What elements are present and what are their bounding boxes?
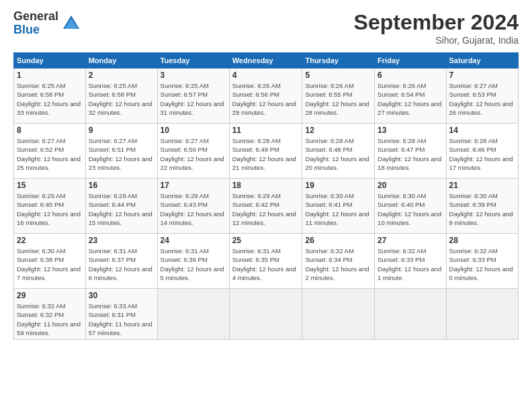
day-number: 14 <box>449 126 515 135</box>
day-number: 21 <box>449 181 515 190</box>
table-cell: 13 Sunrise: 6:28 AMSunset: 6:47 PMDaylig… <box>375 124 446 179</box>
day-info: Sunrise: 6:32 AMSunset: 6:33 PMDaylight:… <box>449 246 515 282</box>
table-cell: 10 Sunrise: 6:27 AMSunset: 6:50 PMDaylig… <box>157 124 229 179</box>
col-saturday: Saturday <box>446 53 518 68</box>
day-info: Sunrise: 6:31 AMSunset: 6:35 PMDaylight:… <box>232 246 300 282</box>
day-number: 22 <box>17 236 83 245</box>
day-info: Sunrise: 6:31 AMSunset: 6:36 PMDaylight:… <box>161 246 226 282</box>
table-cell: 6 Sunrise: 6:26 AMSunset: 6:54 PMDayligh… <box>375 68 446 124</box>
month-title: September 2024 <box>354 10 519 35</box>
logo-blue: Blue <box>13 24 58 37</box>
table-cell: 15 Sunrise: 6:29 AMSunset: 6:45 PMDaylig… <box>14 179 86 234</box>
day-number: 15 <box>17 181 83 190</box>
day-number: 9 <box>89 126 154 135</box>
day-info: Sunrise: 6:27 AMSunset: 6:53 PMDaylight:… <box>449 81 515 117</box>
day-info: Sunrise: 6:27 AMSunset: 6:52 PMDaylight:… <box>17 136 83 172</box>
day-number: 29 <box>17 291 83 300</box>
day-number: 16 <box>89 181 154 190</box>
day-info: Sunrise: 6:26 AMSunset: 6:55 PMDaylight:… <box>305 81 371 117</box>
day-number: 28 <box>449 236 515 245</box>
table-cell: 20 Sunrise: 6:30 AMSunset: 6:40 PMDaylig… <box>375 179 446 234</box>
day-number: 12 <box>305 126 371 135</box>
table-cell: 19 Sunrise: 6:30 AMSunset: 6:41 PMDaylig… <box>302 179 375 234</box>
table-cell <box>375 289 446 340</box>
col-friday: Friday <box>375 53 446 68</box>
day-number: 2 <box>89 71 154 80</box>
table-cell: 18 Sunrise: 6:29 AMSunset: 6:42 PMDaylig… <box>229 179 302 234</box>
location-title: Sihor, Gujarat, India <box>354 35 519 46</box>
day-number: 27 <box>378 236 443 245</box>
table-cell: 11 Sunrise: 6:28 AMSunset: 6:49 PMDaylig… <box>229 124 302 179</box>
table-cell <box>157 289 229 340</box>
day-number: 26 <box>305 236 371 245</box>
logo-general: General <box>13 10 58 24</box>
day-number: 5 <box>305 71 371 80</box>
day-number: 25 <box>232 236 300 245</box>
day-info: Sunrise: 6:32 AMSunset: 6:33 PMDaylight:… <box>378 246 443 282</box>
day-number: 23 <box>89 236 154 245</box>
table-cell: 29 Sunrise: 6:32 AMSunset: 6:32 PMDaylig… <box>14 289 86 340</box>
table-cell: 4 Sunrise: 6:26 AMSunset: 6:56 PMDayligh… <box>229 68 302 124</box>
day-info: Sunrise: 6:33 AMSunset: 6:31 PMDaylight:… <box>89 302 154 337</box>
table-cell: 22 Sunrise: 6:30 AMSunset: 6:38 PMDaylig… <box>14 234 86 289</box>
day-number: 6 <box>378 71 443 80</box>
day-info: Sunrise: 6:29 AMSunset: 6:44 PMDaylight:… <box>89 191 154 227</box>
day-info: Sunrise: 6:30 AMSunset: 6:38 PMDaylight:… <box>17 246 83 282</box>
day-number: 1 <box>17 71 83 80</box>
day-number: 30 <box>89 291 154 300</box>
table-cell: 5 Sunrise: 6:26 AMSunset: 6:55 PMDayligh… <box>302 68 375 124</box>
day-info: Sunrise: 6:31 AMSunset: 6:37 PMDaylight:… <box>89 246 154 282</box>
page: General Blue September 2024 Sihor, Gujar… <box>0 0 532 347</box>
title-block: September 2024 Sihor, Gujarat, India <box>354 10 519 46</box>
day-info: Sunrise: 6:29 AMSunset: 6:43 PMDaylight:… <box>161 191 226 227</box>
day-info: Sunrise: 6:25 AMSunset: 6:58 PMDaylight:… <box>17 81 83 117</box>
table-cell: 24 Sunrise: 6:31 AMSunset: 6:36 PMDaylig… <box>157 234 229 289</box>
table-cell: 3 Sunrise: 6:25 AMSunset: 6:57 PMDayligh… <box>157 68 229 124</box>
table-cell: 16 Sunrise: 6:29 AMSunset: 6:44 PMDaylig… <box>85 179 157 234</box>
day-info: Sunrise: 6:27 AMSunset: 6:50 PMDaylight:… <box>161 136 226 172</box>
day-info: Sunrise: 6:25 AMSunset: 6:58 PMDaylight:… <box>89 81 154 117</box>
day-number: 4 <box>232 71 300 80</box>
day-info: Sunrise: 6:28 AMSunset: 6:46 PMDaylight:… <box>449 136 515 172</box>
table-cell: 12 Sunrise: 6:28 AMSunset: 6:48 PMDaylig… <box>302 124 375 179</box>
day-number: 7 <box>449 71 515 80</box>
table-cell <box>446 289 518 340</box>
table-cell <box>229 289 302 340</box>
table-cell: 17 Sunrise: 6:29 AMSunset: 6:43 PMDaylig… <box>157 179 229 234</box>
col-thursday: Thursday <box>302 53 375 68</box>
day-info: Sunrise: 6:29 AMSunset: 6:42 PMDaylight:… <box>232 191 300 227</box>
day-number: 10 <box>161 126 226 135</box>
day-info: Sunrise: 6:30 AMSunset: 6:40 PMDaylight:… <box>378 191 443 227</box>
day-number: 24 <box>161 236 226 245</box>
day-info: Sunrise: 6:28 AMSunset: 6:47 PMDaylight:… <box>378 136 443 172</box>
table-cell: 25 Sunrise: 6:31 AMSunset: 6:35 PMDaylig… <box>229 234 302 289</box>
day-info: Sunrise: 6:26 AMSunset: 6:54 PMDaylight:… <box>378 81 443 117</box>
logo-text: General Blue <box>13 10 58 37</box>
day-number: 20 <box>378 181 443 190</box>
day-info: Sunrise: 6:27 AMSunset: 6:51 PMDaylight:… <box>89 136 154 172</box>
table-cell: 1 Sunrise: 6:25 AMSunset: 6:58 PMDayligh… <box>14 68 86 124</box>
col-monday: Monday <box>85 53 157 68</box>
day-number: 13 <box>378 126 443 135</box>
header: General Blue September 2024 Sihor, Gujar… <box>13 10 519 46</box>
table-cell: 14 Sunrise: 6:28 AMSunset: 6:46 PMDaylig… <box>446 124 518 179</box>
day-info: Sunrise: 6:30 AMSunset: 6:39 PMDaylight:… <box>449 191 515 227</box>
day-number: 11 <box>232 126 300 135</box>
col-wednesday: Wednesday <box>229 53 302 68</box>
table-cell: 8 Sunrise: 6:27 AMSunset: 6:52 PMDayligh… <box>14 124 86 179</box>
table-cell: 7 Sunrise: 6:27 AMSunset: 6:53 PMDayligh… <box>446 68 518 124</box>
table-cell: 21 Sunrise: 6:30 AMSunset: 6:39 PMDaylig… <box>446 179 518 234</box>
day-number: 3 <box>161 71 226 80</box>
table-cell: 28 Sunrise: 6:32 AMSunset: 6:33 PMDaylig… <box>446 234 518 289</box>
table-cell <box>302 289 375 340</box>
col-tuesday: Tuesday <box>157 53 229 68</box>
day-info: Sunrise: 6:32 AMSunset: 6:32 PMDaylight:… <box>17 302 83 337</box>
table-cell: 27 Sunrise: 6:32 AMSunset: 6:33 PMDaylig… <box>375 234 446 289</box>
day-number: 8 <box>17 126 83 135</box>
day-info: Sunrise: 6:25 AMSunset: 6:57 PMDaylight:… <box>161 81 226 117</box>
logo: General Blue <box>13 10 81 37</box>
day-info: Sunrise: 6:29 AMSunset: 6:45 PMDaylight:… <box>17 191 83 227</box>
day-number: 18 <box>232 181 300 190</box>
day-info: Sunrise: 6:32 AMSunset: 6:34 PMDaylight:… <box>305 246 371 282</box>
table-cell: 26 Sunrise: 6:32 AMSunset: 6:34 PMDaylig… <box>302 234 375 289</box>
